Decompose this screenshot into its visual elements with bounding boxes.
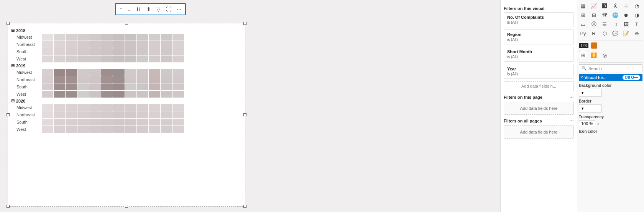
- heat-cell-2[interactable]: [66, 34, 77, 41]
- heat-cell-6[interactable]: [113, 69, 125, 76]
- filter-icon[interactable]: ▽: [156, 5, 161, 13]
- heat-cell-0[interactable]: [42, 91, 53, 98]
- heat-cell-3[interactable]: [77, 34, 89, 41]
- filters-page-dots[interactable]: ···: [569, 94, 574, 100]
- heat-cell-7[interactable]: [125, 76, 136, 83]
- heat-cell-5[interactable]: [101, 55, 113, 62]
- viz-icon-table[interactable]: ⊞: [579, 11, 587, 19]
- heat-cell-5[interactable]: [101, 119, 113, 126]
- heat-cell-1[interactable]: [54, 126, 65, 133]
- heat-cell-11[interactable]: [172, 76, 184, 83]
- heat-cell-11[interactable]: [172, 119, 184, 126]
- heat-cell-5[interactable]: [101, 69, 113, 76]
- heat-cell-5[interactable]: [101, 34, 113, 41]
- heat-cell-6[interactable]: [113, 126, 125, 133]
- heat-cell-7[interactable]: [125, 41, 136, 48]
- heat-cell-0[interactable]: [42, 55, 53, 62]
- heat-cell-0[interactable]: [42, 76, 53, 83]
- heat-cell-0[interactable]: [42, 111, 53, 118]
- heat-cell-6[interactable]: [113, 41, 125, 48]
- viz-icon-gauge[interactable]: ◑: [632, 11, 641, 19]
- heat-cell-4[interactable]: [89, 48, 101, 55]
- viz-icon-pie[interactable]: ◔: [632, 2, 641, 10]
- heat-cell-11[interactable]: [172, 104, 184, 111]
- heat-cell-7[interactable]: [125, 126, 136, 133]
- viz-icon-image[interactable]: 🖼: [622, 20, 630, 28]
- more-options-icon[interactable]: ···: [176, 5, 182, 13]
- heat-cell-10[interactable]: [161, 69, 172, 76]
- heat-cell-4[interactable]: [89, 119, 101, 126]
- search-input[interactable]: [588, 66, 641, 71]
- heat-cell-2[interactable]: [66, 104, 77, 111]
- heat-cell-4[interactable]: [89, 104, 101, 111]
- heat-cell-0[interactable]: [42, 119, 53, 126]
- heat-cell-3[interactable]: [77, 76, 89, 83]
- heat-cell-0[interactable]: [42, 69, 53, 76]
- move-up-icon[interactable]: ↑: [119, 5, 123, 13]
- viz-icon-kpi[interactable]: Ⓚ: [590, 20, 598, 28]
- heat-cell-9[interactable]: [149, 48, 160, 55]
- heat-cell-11[interactable]: [172, 41, 184, 48]
- heat-cell-1[interactable]: [54, 119, 65, 126]
- heat-cell-6[interactable]: [113, 55, 125, 62]
- heat-cell-1[interactable]: [54, 55, 65, 62]
- heat-cell-10[interactable]: [161, 41, 172, 48]
- heat-cell-1[interactable]: [54, 69, 65, 76]
- focus-icon[interactable]: ⬆: [146, 5, 152, 13]
- heat-cell-2[interactable]: [66, 111, 77, 118]
- heat-cell-9[interactable]: [149, 91, 160, 98]
- heat-cell-6[interactable]: [113, 76, 125, 83]
- heat-cell-10[interactable]: [161, 83, 172, 90]
- add-data-fields-visual-btn[interactable]: Add data fields h...: [504, 81, 574, 91]
- heat-cell-2[interactable]: [66, 69, 77, 76]
- heat-cell-8[interactable]: [137, 111, 148, 118]
- viz-icon-paginated[interactable]: ⊕: [632, 29, 641, 38]
- heat-cell-2[interactable]: [66, 41, 77, 48]
- heat-cell-8[interactable]: [137, 55, 148, 62]
- heat-cell-4[interactable]: [89, 34, 101, 41]
- heat-cell-9[interactable]: [149, 76, 160, 83]
- resize-handle-bottom[interactable]: [125, 205, 128, 208]
- pause-icon[interactable]: ⏸: [135, 5, 142, 13]
- viz-icon-scatter[interactable]: ⊹: [622, 2, 630, 10]
- heat-cell-3[interactable]: [77, 126, 89, 133]
- heat-cell-10[interactable]: [161, 55, 172, 62]
- heat-cell-4[interactable]: [89, 55, 101, 62]
- heat-cell-9[interactable]: [149, 83, 160, 90]
- heat-cell-6[interactable]: [113, 91, 125, 98]
- heat-cell-8[interactable]: [137, 34, 148, 41]
- heat-cell-11[interactable]: [172, 111, 184, 118]
- toggle-off-btn[interactable]: Off O—: [623, 75, 640, 80]
- resize-handle-left[interactable]: [7, 113, 10, 116]
- heat-cell-9[interactable]: [149, 69, 160, 76]
- heat-cell-11[interactable]: [172, 91, 184, 98]
- heat-cell-1[interactable]: [54, 83, 65, 90]
- heat-cell-1[interactable]: [54, 48, 65, 55]
- heat-cell-10[interactable]: [161, 119, 172, 126]
- heat-cell-6[interactable]: [113, 119, 125, 126]
- viz-icon-funnel[interactable]: ⏺: [622, 11, 630, 19]
- heat-cell-1[interactable]: [54, 111, 65, 118]
- viz-icon-python[interactable]: Py: [579, 29, 587, 38]
- heat-cell-3[interactable]: [77, 41, 89, 48]
- viz-icon-r[interactable]: R: [590, 29, 598, 38]
- heat-cell-1[interactable]: [54, 104, 65, 111]
- heat-cell-7[interactable]: [125, 34, 136, 41]
- heat-cell-5[interactable]: [101, 41, 113, 48]
- heat-cell-10[interactable]: [161, 126, 172, 133]
- viz-icon-shape[interactable]: □: [611, 20, 619, 28]
- heat-cell-5[interactable]: [101, 83, 113, 90]
- filter-item-1[interactable]: Region is (All): [504, 29, 574, 44]
- heat-cell-6[interactable]: [113, 34, 125, 41]
- viz-icon-card[interactable]: ▭: [579, 20, 587, 28]
- expand-icon[interactable]: ⛶: [165, 5, 172, 13]
- heat-cell-3[interactable]: [77, 119, 89, 126]
- viz-icon-matrix[interactable]: ⊟: [590, 11, 598, 19]
- heat-cell-8[interactable]: [137, 76, 148, 83]
- heat-cell-8[interactable]: [137, 91, 148, 98]
- heat-cell-2[interactable]: [66, 126, 77, 133]
- heat-cell-3[interactable]: [77, 104, 89, 111]
- heat-cell-9[interactable]: [149, 126, 160, 133]
- heat-cell-4[interactable]: [89, 69, 101, 76]
- add-data-fields-page-btn[interactable]: Add data fields here: [504, 102, 574, 115]
